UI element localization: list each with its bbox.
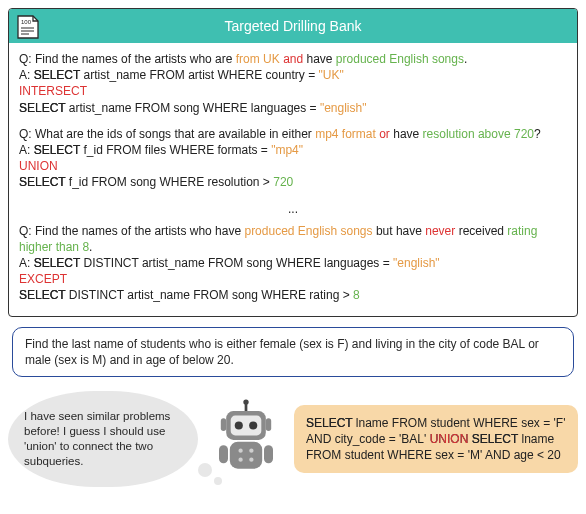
- q-highlight: mp4 format: [315, 127, 376, 141]
- example-2: Q: What are the ids of songs that are av…: [19, 126, 567, 191]
- sql-keyword: SELECT: [34, 256, 80, 270]
- sql-text: f_id FROM files WHERE formats =: [80, 143, 271, 157]
- set-operator: EXCEPT: [19, 271, 567, 287]
- svg-rect-17: [219, 445, 228, 463]
- svg-point-14: [249, 448, 253, 452]
- q-text: have: [307, 52, 336, 66]
- thought-bubble: I have seen similar problems before! I g…: [8, 391, 198, 487]
- sql-text: artist_name FROM artist WHERE country =: [80, 68, 318, 82]
- q-conj: or: [376, 127, 393, 141]
- drilling-bank-card: 100 Targeted Drilling Bank Q: Find the n…: [8, 8, 578, 317]
- card-body: Q: Find the names of the artists who are…: [9, 43, 577, 316]
- set-operator: UNION: [430, 432, 469, 446]
- example-question: Q: Find the names of the artists who hav…: [19, 223, 567, 255]
- svg-rect-10: [221, 418, 226, 431]
- example-1: Q: Find the names of the artists who are…: [19, 51, 567, 116]
- sql-value: 8: [353, 288, 360, 302]
- sql-value: "UK": [319, 68, 344, 82]
- bottom-row: I have seen similar problems before! I g…: [8, 391, 578, 491]
- q-highlight: resolution above 720: [423, 127, 534, 141]
- svg-rect-11: [266, 418, 271, 431]
- svg-rect-12: [230, 442, 262, 469]
- card-title: Targeted Drilling Bank: [49, 18, 537, 34]
- sql-keyword: SELECT: [19, 101, 65, 115]
- sql-keyword: SELECT: [34, 68, 80, 82]
- example-answer-line1: A: SELECT f_id FROM files WHERE formats …: [19, 142, 567, 158]
- q-text: received: [455, 224, 507, 238]
- sql-keyword: SELECT: [34, 143, 80, 157]
- q-text: Q: Find the names of the artists who hav…: [19, 224, 244, 238]
- q-text: but have: [373, 224, 426, 238]
- sql-value: "english": [320, 101, 367, 115]
- a-prefix: A:: [19, 68, 34, 82]
- svg-point-13: [238, 448, 242, 452]
- svg-rect-18: [264, 445, 273, 463]
- a-prefix: A:: [19, 143, 34, 157]
- example-answer-line1: A: SELECT DISTINCT artist_name FROM song…: [19, 255, 567, 271]
- sql-value: "mp4": [271, 143, 303, 157]
- svg-point-5: [243, 399, 248, 404]
- q-highlight: from UK: [236, 52, 280, 66]
- example-answer-line2: SELECT DISTINCT artist_name FROM song WH…: [19, 287, 567, 303]
- card-header: 100 Targeted Drilling Bank: [9, 9, 577, 43]
- sql-value: "english": [393, 256, 440, 270]
- example-answer-line2: SELECT artist_name FROM song WHERE langu…: [19, 100, 567, 116]
- q-highlight: produced English songs: [336, 52, 464, 66]
- sql-text: DISTINCT artist_name FROM song WHERE lan…: [80, 256, 393, 270]
- sql-value: 720: [273, 175, 293, 189]
- answer-bubble: SELECT lname FROM student WHERE sex = 'F…: [294, 405, 578, 474]
- set-operator: UNION: [19, 158, 567, 174]
- example-3: Q: Find the names of the artists who hav…: [19, 223, 567, 304]
- robot-icon: [206, 398, 286, 480]
- task-question-box: Find the last name of students who is ei…: [12, 327, 574, 377]
- example-answer-line2: SELECT f_id FROM song WHERE resolution >…: [19, 174, 567, 190]
- svg-point-16: [249, 457, 253, 461]
- sql-keyword: SELECT: [306, 416, 352, 430]
- sql-text: artist_name FROM song WHERE languages =: [65, 101, 319, 115]
- sql-keyword: SELECT: [19, 175, 65, 189]
- example-question: Q: Find the names of the artists who are…: [19, 51, 567, 67]
- svg-point-8: [235, 421, 243, 429]
- svg-point-9: [249, 421, 257, 429]
- thought-text: I have seen similar problems before! I g…: [24, 410, 170, 467]
- q-text: .: [464, 52, 467, 66]
- q-text: Q: What are the ids of songs that are av…: [19, 127, 315, 141]
- ellipsis: ...: [19, 201, 567, 217]
- task-question-text: Find the last name of students who is ei…: [25, 337, 539, 367]
- q-text: have: [393, 127, 422, 141]
- set-operator: INTERSECT: [19, 83, 567, 99]
- sql-text: f_id FROM song WHERE resolution >: [65, 175, 273, 189]
- q-highlight: produced English songs: [244, 224, 372, 238]
- q-text: Q: Find the names of the artists who are: [19, 52, 236, 66]
- q-conj: never: [425, 224, 455, 238]
- score-sheet-icon: 100: [17, 13, 39, 39]
- example-answer-line1: A: SELECT artist_name FROM artist WHERE …: [19, 67, 567, 83]
- svg-point-15: [238, 457, 242, 461]
- q-text: ?: [534, 127, 541, 141]
- example-question: Q: What are the ids of songs that are av…: [19, 126, 567, 142]
- sql-keyword: SELECT: [472, 432, 518, 446]
- sql-keyword: SELECT: [19, 288, 65, 302]
- q-text: .: [89, 240, 92, 254]
- a-prefix: A:: [19, 256, 34, 270]
- sql-text: DISTINCT artist_name FROM song WHERE rat…: [65, 288, 353, 302]
- svg-text:100: 100: [21, 19, 32, 25]
- q-conj: and: [280, 52, 307, 66]
